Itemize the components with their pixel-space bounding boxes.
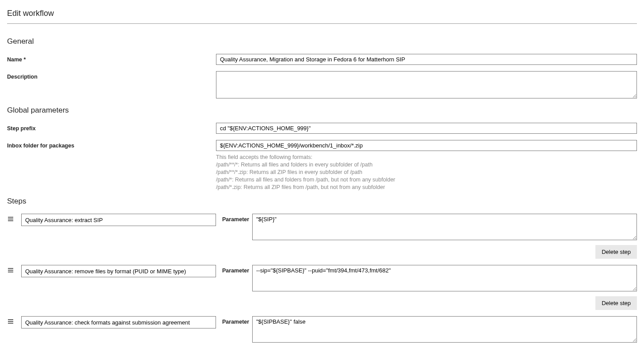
step-block: ParameterDelete step — [7, 214, 637, 259]
step-name-input[interactable] — [21, 214, 216, 226]
parameter-label: Parameter — [222, 265, 252, 274]
parameter-textarea[interactable] — [252, 265, 637, 291]
drag-handle-icon[interactable] — [7, 318, 14, 325]
step-block: ParameterDelete step — [7, 265, 637, 310]
help-line: /path/*: Returns all files and folders f… — [216, 176, 637, 184]
parameter-label: Parameter — [222, 214, 252, 223]
step-block: Parameter — [7, 316, 637, 344]
help-line: /path/*.zip: Returns all ZIP files from … — [216, 184, 637, 191]
delete-step-button[interactable]: Delete step — [595, 245, 637, 259]
page-title: Edit workflow — [7, 9, 637, 18]
title-divider — [7, 23, 637, 24]
description-label: Description — [7, 71, 216, 80]
step-prefix-label: Step prefix — [7, 123, 216, 132]
description-textarea[interactable] — [216, 71, 637, 98]
name-input[interactable] — [216, 54, 637, 65]
steps-heading: Steps — [7, 197, 637, 206]
drag-handle-icon[interactable] — [7, 215, 14, 223]
help-line: /path/**/*.zip: Returns all ZIP files in… — [216, 169, 637, 176]
step-prefix-input[interactable] — [216, 123, 637, 134]
general-heading: General — [7, 37, 637, 46]
help-line: /path/**/*: Returns all files and folder… — [216, 161, 637, 169]
inbox-label: Inbox folder for packages — [7, 140, 216, 149]
global-params-heading: Global parameters — [7, 106, 637, 115]
delete-step-button[interactable]: Delete step — [595, 296, 637, 310]
parameter-textarea[interactable] — [252, 214, 637, 240]
parameter-label: Parameter — [222, 316, 252, 325]
parameter-textarea[interactable] — [252, 316, 637, 343]
inbox-input[interactable] — [216, 140, 637, 151]
inbox-help-text: This field accepts the following formats… — [216, 154, 637, 191]
drag-handle-icon[interactable] — [7, 267, 14, 274]
help-intro: This field accepts the following formats… — [216, 154, 637, 161]
step-name-input[interactable] — [21, 316, 216, 328]
step-name-input[interactable] — [21, 265, 216, 277]
name-label: Name * — [7, 54, 216, 63]
